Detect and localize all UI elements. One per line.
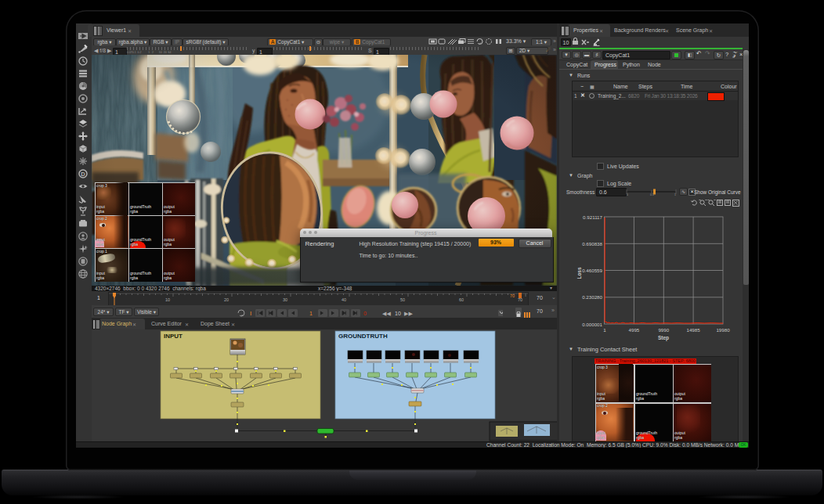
svg-text:50: 50 [400,297,405,302]
svg-text:1: 1 [603,327,606,333]
svg-text:D: D [81,171,85,178]
svg-text:60: 60 [459,297,464,302]
svg-text:GROUNDTRUTH: GROUNDTRUTH [338,333,388,340]
svg-text:0: 0 [363,311,367,316]
svg-text:9990: 9990 [658,327,669,333]
svg-text:1: 1 [309,311,313,316]
svg-text:I: I [250,310,251,317]
svg-text:▶▶: ▶▶ [404,311,413,316]
svg-text:0.230280: 0.230280 [582,294,602,300]
svg-text:◀◀: ◀◀ [382,311,391,316]
svg-text:10: 10 [395,311,401,316]
svg-text:Step: Step [658,335,669,341]
svg-text:30: 30 [283,297,287,302]
svg-text:10: 10 [165,297,170,302]
svg-text:70: 70 [510,293,515,298]
svg-text:INPUT: INPUT [164,333,183,340]
svg-text:19980: 19980 [716,327,730,333]
svg-text:0.000001: 0.000001 [582,322,602,327]
svg-text:1: 1 [674,193,676,196]
svg-text:20: 20 [224,297,229,302]
svg-text:0.690838: 0.690838 [582,241,602,247]
svg-text:0: 0 [627,193,628,196]
svg-text:Loss: Loss [576,267,582,279]
svg-text:0.5: 0.5 [650,193,654,196]
svg-text:14985: 14985 [686,327,700,333]
svg-text:0.460559: 0.460559 [582,268,602,273]
svg-text:4995: 4995 [629,327,640,333]
svg-text:40: 40 [342,297,346,302]
svg-text:0.921117: 0.921117 [583,214,602,220]
